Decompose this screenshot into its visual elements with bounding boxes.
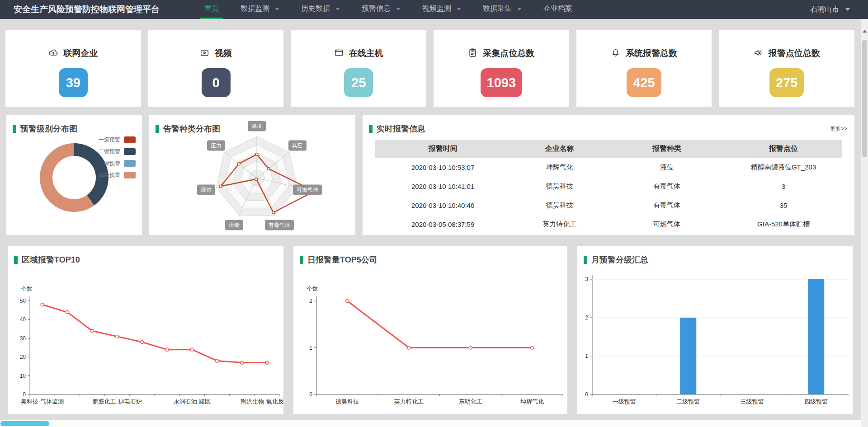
more-link[interactable]: 更多>> (830, 125, 847, 133)
svg-text:3: 3 (585, 276, 588, 282)
stat-label: 联网企业 (63, 47, 98, 59)
legend-item-二级预警: 二级预警 (99, 148, 136, 155)
panel-title: 预警级别分布图 (13, 123, 77, 134)
nav-item-label: 视频监测 (422, 4, 451, 14)
monthly-summary-bar-chart: 0123一级预警二级预警三级预警四级预警 (577, 246, 853, 414)
chevron-down-icon (275, 8, 279, 10)
legend-swatch (124, 148, 136, 155)
region-selector[interactable]: 石嘴山市 (810, 0, 850, 19)
svg-text:东明化工: 东明化工 (459, 398, 482, 405)
title-marker (13, 125, 16, 133)
nav-item-视频监测[interactable]: 视频监测 (418, 0, 466, 19)
stat-card-header: 报警点位总数 (754, 47, 820, 59)
daily-top5-line-chart: 012德昊科技英力特化工东明化工坤辉气化 (293, 246, 567, 414)
panel-region-alarm-top10: 区域报警TOP10 个数 01020304050昊科技-气体监测鹏盛化工-1#电… (8, 246, 283, 414)
nav-item-数据采集[interactable]: 数据采集 (478, 0, 526, 19)
stat-card-header: 视频 (200, 47, 232, 59)
stat-card-采集点位总数: 采集点位总数1093 (434, 30, 569, 107)
svg-text:2: 2 (309, 298, 312, 304)
panel-realtime-alarms: 实时报警信息 更多>> 报警时间企业名称报警种类报警点位 2020-03-10 … (363, 115, 854, 235)
svg-text:二级预警: 二级预警 (676, 398, 700, 405)
stat-card-报警点位总数: 报警点位总数275 (719, 30, 854, 107)
stat-label: 系统报警总数 (626, 47, 677, 59)
svg-text:三级预警: 三级预警 (741, 398, 764, 405)
stat-card-header: 采集点位总数 (468, 47, 534, 59)
nav-item-label: 首页 (204, 4, 219, 14)
svg-text:英力特化工: 英力特化工 (394, 398, 424, 405)
table-row: 2020-03-10 10:40:40德昊科技有毒气体35 (375, 196, 842, 215)
horizontal-scrollbar[interactable] (0, 420, 861, 427)
stat-card-在线主机: 在线主机25 (291, 30, 426, 107)
stat-value-badge: 1093 (481, 68, 523, 97)
nav-item-label: 预警信息 (362, 4, 391, 14)
table-cell: 精醇南罐液位GT_203 (725, 158, 842, 177)
region-top10-line-chart: 01020304050昊科技-气体监测鹏盛化工-1#电石炉永润石油-罐区荆洪生物… (8, 246, 283, 414)
stat-card-header: 联网企业 (48, 47, 98, 59)
table-cell: 有毒气体 (609, 177, 725, 196)
nav-item-历史数据[interactable]: 历史数据 (297, 0, 344, 19)
title-marker (369, 125, 373, 133)
panel-title: 实时报警信息 (369, 123, 425, 134)
table-cell: 35 (725, 196, 842, 215)
table-header: 报警时间企业名称报警种类报警点位 (375, 140, 842, 158)
chevron-down-icon (517, 8, 522, 10)
stat-card-header: 在线主机 (334, 47, 383, 59)
stat-value-badge: 39 (59, 68, 88, 97)
top-navbar: 安全生产风险预警防控物联网管理平台 首页数据监测历史数据预警信息视频监测数据采集… (0, 0, 868, 19)
table-cell: 德昊科技 (510, 177, 609, 196)
chevron-down-icon (457, 8, 461, 10)
svg-text:一级预警: 一级预警 (613, 398, 636, 405)
column-header: 企业名称 (510, 140, 609, 158)
panel-monthly-warning-summary: 月预警分级汇总 0123一级预警二级预警三级预警四级预警 (577, 246, 853, 414)
radar-axis-label-其它: 其它 (288, 141, 307, 151)
svg-text:20: 20 (20, 354, 26, 360)
nav-item-label: 数据监测 (241, 4, 269, 14)
radar-axis-label-有毒气体: 有毒气体 (265, 220, 294, 230)
svg-text:40: 40 (20, 316, 26, 323)
stat-label: 报警点位总数 (769, 47, 820, 59)
radar-axis-label-压力: 压力 (207, 141, 225, 151)
stat-value-badge: 0 (202, 68, 231, 97)
stat-card-header: 系统报警总数 (611, 47, 677, 59)
alarm-type-radar-chart (149, 115, 355, 235)
svg-text:0: 0 (309, 391, 312, 398)
table-row: 2020-03-10 10:53:07坤辉气化液位精醇南罐液位GT_203 (375, 158, 842, 177)
app-title: 安全生产风险预警防控物联网管理平台 (14, 0, 160, 19)
stat-value-badge: 25 (344, 68, 373, 97)
vertical-scrollbar[interactable] (861, 19, 868, 427)
nav-item-预警信息[interactable]: 预警信息 (357, 0, 405, 19)
svg-text:德昊科技: 德昊科技 (335, 398, 359, 405)
legend-swatch (124, 172, 136, 178)
horizontal-scrollbar-thumb[interactable] (0, 421, 49, 426)
svg-text:荆洪生物-氧化反: 荆洪生物-氧化反 (241, 398, 283, 405)
nav-item-企业档案[interactable]: 企业档案 (539, 0, 577, 19)
svg-text:1: 1 (309, 345, 312, 351)
table-cell: 2020-03-10 10:41:01 (375, 177, 510, 196)
radar-axis-label-温度: 温度 (248, 121, 266, 131)
legend-swatch (124, 136, 136, 143)
speaker-icon (754, 48, 763, 59)
table-cell: 可燃气体 (609, 215, 725, 234)
legend-label: 四级预警 (99, 171, 120, 179)
table-cell: 有毒气体 (609, 196, 725, 215)
svg-text:30: 30 (20, 335, 26, 342)
legend-label: 二级预警 (99, 148, 120, 155)
svg-text:10: 10 (20, 373, 26, 379)
stat-card-视频: 视频0 (148, 30, 284, 107)
legend-label: 一级预警 (99, 136, 120, 144)
panel-warning-level-distribution: 预警级别分布图 一级预警二级预警三级预警四级预警 (6, 115, 142, 235)
svg-text:0: 0 (585, 391, 588, 398)
table-cell: 德昊科技 (510, 196, 609, 215)
stat-value-badge: 275 (769, 68, 804, 97)
nav-item-首页[interactable]: 首页 (200, 0, 223, 19)
svg-text:坤辉气化: 坤辉气化 (520, 398, 544, 405)
realtime-alarm-table: 报警时间企业名称报警种类报警点位 2020-03-10 10:53:07坤辉气化… (375, 140, 842, 234)
scroll-up-icon[interactable] (863, 30, 867, 33)
clipboard-icon (468, 48, 477, 59)
nav-item-label: 企业档案 (543, 4, 572, 14)
vertical-scrollbar-thumb[interactable] (862, 40, 867, 157)
nav-item-数据监测[interactable]: 数据监测 (236, 0, 284, 19)
table-cell: 2020-03-10 10:40:40 (375, 196, 510, 215)
region-label: 石嘴山市 (810, 5, 839, 14)
svg-text:2: 2 (585, 314, 588, 321)
